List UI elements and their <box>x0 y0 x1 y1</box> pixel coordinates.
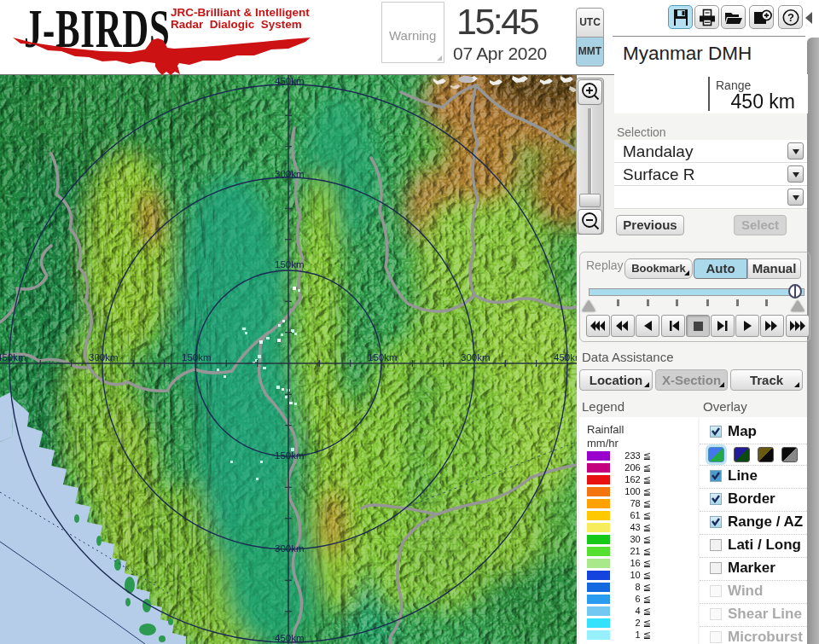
svg-text:450km: 450km <box>554 352 577 363</box>
svg-text:?: ? <box>787 11 794 24</box>
svg-text:450km: 450km <box>0 352 26 363</box>
svg-text:450km: 450km <box>275 633 305 643</box>
svg-text:150km: 150km <box>275 450 305 461</box>
svg-text:300km: 300km <box>275 169 305 179</box>
svg-text:300km: 300km <box>89 352 119 363</box>
svg-text:300km: 300km <box>275 543 305 554</box>
svg-text:300km: 300km <box>461 352 491 363</box>
svg-text:450km: 450km <box>275 76 305 86</box>
svg-text:150km: 150km <box>182 352 212 363</box>
svg-text:150km: 150km <box>368 352 398 363</box>
svg-text:150km: 150km <box>275 259 305 270</box>
